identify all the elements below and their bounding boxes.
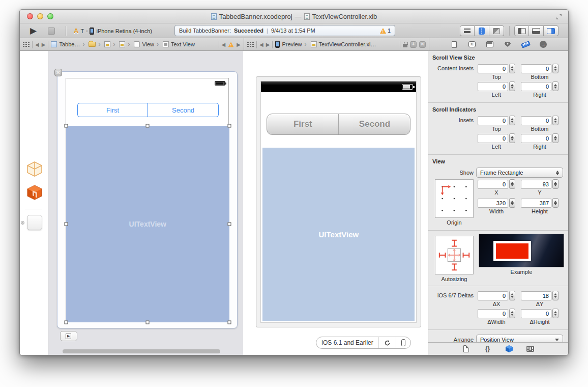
media-library-button[interactable] (526, 345, 535, 353)
resize-handle-se[interactable] (227, 321, 231, 324)
close-view-badge[interactable]: ✕ (54, 69, 62, 76)
width-field[interactable] (478, 199, 508, 208)
show-document-outline-button[interactable]: ▶ (60, 331, 77, 341)
breadcrumb-preview-file[interactable]: TextViewController.xi… (305, 41, 376, 48)
delta-x-stepper[interactable] (509, 291, 515, 300)
delta-y-field[interactable] (521, 291, 551, 300)
files-owner-placeholder-icon[interactable] (26, 161, 43, 177)
tab-connections-inspector[interactable]: → (539, 40, 548, 48)
indicator-insets-top-stepper[interactable] (509, 116, 515, 125)
segmented-control[interactable]: First Second (77, 103, 219, 117)
designed-view[interactable]: First Second UITextView (66, 78, 229, 322)
os-version-selector[interactable]: iOS 6.1 and Earlier (316, 337, 378, 348)
resize-handle-sw[interactable] (64, 321, 68, 324)
segment-first[interactable]: First (78, 103, 148, 117)
assistant-editor-button[interactable] (475, 25, 489, 36)
delta-height-field[interactable] (521, 309, 551, 318)
arrange-popup[interactable]: Position View (476, 335, 563, 342)
next-issue-button[interactable]: ▶ (237, 42, 241, 47)
content-insets-left-stepper[interactable] (509, 81, 515, 91)
height-field[interactable] (521, 199, 551, 208)
tab-quick-help-inspector[interactable]: ≈ (467, 40, 477, 48)
resize-handle-ne[interactable] (227, 124, 231, 128)
scheme-selector[interactable]: A T › iPhone Retina (4-inch) (74, 23, 152, 38)
breadcrumb-xib-1[interactable] (98, 41, 110, 48)
breadcrumb-project[interactable]: Tabbe… (51, 41, 80, 47)
breadcrumb-view[interactable]: View (128, 41, 154, 48)
resize-handle-n[interactable] (146, 124, 150, 128)
y-field[interactable] (521, 180, 551, 189)
x-stepper[interactable] (509, 179, 515, 189)
tab-file-inspector[interactable] (450, 40, 459, 48)
standard-editor-button[interactable] (460, 25, 475, 36)
resize-handle-e[interactable] (227, 223, 231, 226)
object-library-button[interactable] (505, 345, 514, 353)
view-object-thumbnail[interactable] (27, 215, 42, 230)
indicator-insets-bottom-field[interactable] (521, 116, 551, 125)
tab-size-inspector[interactable] (521, 40, 530, 48)
height-stepper[interactable] (552, 198, 558, 208)
content-insets-top-field[interactable] (478, 64, 508, 73)
indicator-insets-top-field[interactable] (478, 116, 508, 125)
breadcrumb-xib-2[interactable] (113, 41, 125, 48)
breadcrumb-text-view[interactable]: Text View (157, 41, 195, 48)
file-template-library-button[interactable] (462, 345, 471, 353)
version-editor-button[interactable] (489, 25, 504, 36)
content-insets-right-stepper[interactable] (552, 81, 558, 91)
code-snippet-library-button[interactable]: {} (483, 345, 492, 353)
issue-warning-icon[interactable]: ! (228, 42, 234, 47)
indicator-insets-left-field[interactable] (478, 134, 508, 143)
autosizing-widget[interactable] (435, 236, 474, 274)
x-field[interactable] (478, 180, 508, 189)
resize-handle-nw[interactable] (64, 124, 68, 128)
indicator-insets-bottom-stepper[interactable] (552, 116, 558, 125)
content-insets-right-field[interactable] (521, 82, 551, 91)
resize-handle-s[interactable] (146, 321, 150, 324)
delta-width-stepper[interactable] (509, 309, 515, 318)
tab-identity-inspector[interactable] (485, 40, 494, 48)
width-stepper[interactable] (509, 198, 515, 208)
delta-height-stepper[interactable] (552, 309, 558, 318)
toggle-debug-area-button[interactable] (529, 25, 544, 36)
breadcrumb-group[interactable] (82, 41, 96, 48)
delta-width-field[interactable] (478, 309, 508, 318)
content-insets-top-stepper[interactable] (509, 64, 515, 73)
y-stepper[interactable] (552, 179, 558, 189)
show-popup[interactable]: Frame Rectangle (476, 168, 563, 178)
xib-view-window[interactable]: ✕ First Second UITextView (57, 71, 238, 328)
device-toggle-button[interactable] (396, 337, 410, 348)
stop-button[interactable] (48, 23, 55, 38)
toggle-utilities-button[interactable] (544, 25, 558, 36)
toggle-navigator-button[interactable] (514, 25, 529, 36)
run-button[interactable]: ▶ (30, 23, 37, 38)
breadcrumb-preview[interactable]: Preview (275, 41, 302, 48)
first-responder-placeholder-icon[interactable] (26, 184, 43, 201)
delta-x-field[interactable] (478, 291, 508, 300)
content-insets-bottom-stepper[interactable] (552, 64, 558, 73)
delta-y-stepper[interactable] (552, 291, 558, 300)
canvas-horizontal-scrollbar[interactable] (63, 349, 220, 353)
origin-widget[interactable] (435, 179, 474, 218)
fullscreen-icon[interactable] (556, 14, 562, 20)
indicator-insets-left-stepper[interactable] (509, 133, 515, 143)
indicator-insets-right-stepper[interactable] (552, 133, 558, 143)
previous-issue-button[interactable]: ◀ (222, 42, 226, 47)
indicator-insets-right-field[interactable] (521, 134, 551, 143)
segment-second[interactable]: Second (148, 103, 218, 117)
related-items-icon[interactable] (23, 42, 30, 47)
uitextview-selected[interactable]: UITextView (66, 126, 229, 322)
assistant-back-button[interactable]: ◀ (259, 42, 263, 47)
rotate-preview-button[interactable] (378, 337, 396, 348)
content-insets-bottom-field[interactable] (521, 64, 551, 73)
titlebar[interactable]: TabbedBanner.xcodeproj — TextViewControl… (20, 10, 568, 23)
forward-button[interactable]: ▶ (42, 42, 46, 47)
add-assistant-editor-button[interactable]: + (410, 41, 417, 48)
back-button[interactable]: ◀ (35, 42, 39, 47)
assistant-related-items-icon[interactable] (247, 42, 254, 47)
assistant-forward-button[interactable]: ▶ (266, 42, 270, 47)
tab-attributes-inspector[interactable] (503, 40, 512, 48)
warning-count-badge[interactable]: ! 1 (380, 27, 391, 34)
resize-handle-w[interactable] (64, 223, 68, 226)
content-insets-left-field[interactable] (478, 82, 508, 91)
close-assistant-editor-button[interactable]: ✕ (419, 41, 426, 48)
